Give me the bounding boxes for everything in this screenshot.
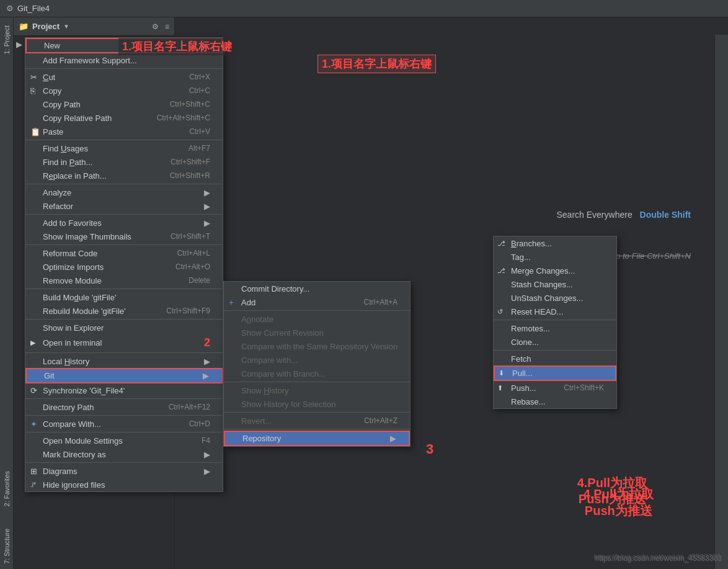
separator xyxy=(224,412,410,413)
repo-stash-changes-label: Stash Changes... xyxy=(511,280,604,289)
menu-open-module-settings-shortcut: F4 xyxy=(202,436,210,445)
menu-item-find-usages[interactable]: Find Usages Alt+F7 xyxy=(25,141,223,155)
search-everywhere-label: Search Everywhere xyxy=(557,210,633,220)
git-menu-item-compare-with: Compare with... xyxy=(224,353,410,367)
repo-menu-item-rebase[interactable]: Rebase... xyxy=(494,395,616,408)
repo-menu-item-stash-changes[interactable]: Stash Changes... xyxy=(494,277,616,291)
menu-item-reformat-code[interactable]: Reformat Code Ctrl+Alt+L xyxy=(25,246,223,260)
right-sidebar xyxy=(714,35,728,569)
annotation-4-block: 4.Pull为拉取 Push为推送 xyxy=(577,475,647,507)
gear-icon[interactable]: ⚙ xyxy=(152,22,159,31)
menu-item-open-in-terminal[interactable]: ▶ Open in terminal 2 xyxy=(25,334,223,351)
menu-item-build-module[interactable]: Build Module 'gitFile' xyxy=(25,290,223,304)
menu-item-find-in-path[interactable]: Find in Path... Ctrl+Shift+F xyxy=(25,155,223,169)
menu-item-cut[interactable]: ✂ Cut Ctrl+X xyxy=(25,70,223,84)
git-menu-item-show-history: Show History xyxy=(224,383,410,397)
git-menu-item-compare-with-branch: Compare with Branch... xyxy=(224,367,410,380)
git-show-current-revision-label: Show Current Revision xyxy=(241,328,397,338)
git-annotate-label: Annotate xyxy=(241,315,397,324)
git-menu-item-commit-directory[interactable]: Commit Directory... xyxy=(224,282,410,295)
git-add-shortcut: Ctrl+Alt+A xyxy=(364,298,398,307)
terminal-icon: ▶ xyxy=(30,339,35,347)
repo-menu-item-branches[interactable]: ⎇ Branches... xyxy=(494,236,616,250)
menu-item-add-framework[interactable]: Add Framework Support... xyxy=(25,53,223,67)
menu-copy-path-label: Copy Path xyxy=(43,100,151,109)
repo-menu-item-remotes[interactable]: Remotes... xyxy=(494,321,616,335)
add-icon: + xyxy=(229,298,234,307)
menu-item-show-in-explorer[interactable]: Show in Explorer xyxy=(25,321,223,334)
menu-item-copy-relative-path[interactable]: Copy Relative Path Ctrl+Alt+Shift+C xyxy=(25,111,223,125)
menu-item-refactor[interactable]: Refactor ▶ xyxy=(25,199,223,213)
separator xyxy=(25,432,223,432)
repo-context-menu: ⎇ Branches... Tag... ⎇ Merge Changes... … xyxy=(493,236,617,409)
goto-file-hint: Go to File Ctrl+Shift+N xyxy=(610,251,691,261)
menu-synchronize-label: Synchronize 'Git_File4' xyxy=(43,386,210,395)
repo-menu-item-tag[interactable]: Tag... xyxy=(494,250,616,264)
sidebar-tab-structure[interactable]: 7: Structure xyxy=(2,524,12,569)
git-menu-item-annotate: Annotate xyxy=(224,312,410,326)
repo-merge-changes-label: Merge Changes... xyxy=(511,266,604,276)
menu-copy-relative-path-label: Copy Relative Path xyxy=(43,114,138,123)
menu-remove-module-shortcut: Delete xyxy=(189,276,210,285)
menu-refactor-label: Refactor xyxy=(43,202,198,211)
menu-item-remove-module[interactable]: Remove Module Delete xyxy=(25,274,223,287)
menu-cut-label: Cut xyxy=(43,73,171,82)
repo-menu-item-unstash-changes[interactable]: UnStash Changes... xyxy=(494,291,616,305)
menu-item-hide-ignored-files[interactable]: .i* Hide ignored files xyxy=(25,478,223,491)
git-menu-item-compare-same-repo: Compare with the Same Repository Version xyxy=(224,339,410,353)
git-compare-with-branch-label: Compare with Branch... xyxy=(241,369,397,379)
menu-item-diagrams[interactable]: ⊞ Diagrams ▶ xyxy=(25,464,223,478)
repo-menu-item-pull[interactable]: ⬇ Pull... xyxy=(494,365,616,381)
repo-reset-head-label: Reset HEAD... xyxy=(511,307,604,316)
sidebar-tab-project[interactable]: 1: Project xyxy=(2,20,12,59)
branches-icon: ⎇ xyxy=(497,240,505,248)
cut-icon: ✂ xyxy=(30,73,37,82)
menu-cut-shortcut: Ctrl+X xyxy=(189,73,210,81)
annotation-4-text2: Push为推送 xyxy=(577,491,647,507)
menu-item-copy[interactable]: ⎘ Copy Ctrl+C xyxy=(25,84,223,97)
menu-item-optimize-imports[interactable]: Optimize Imports Ctrl+Alt+O xyxy=(25,260,223,274)
menu-item-open-module-settings[interactable]: Open Module Settings F4 xyxy=(25,434,223,447)
dropdown-icon[interactable]: ▼ xyxy=(63,23,69,30)
menu-item-show-image-thumbnails[interactable]: Show Image Thumbnails Ctrl+Shift+T xyxy=(25,230,223,243)
menu-item-replace-in-path[interactable]: Replace in Path... Ctrl+Shift+R xyxy=(25,169,223,182)
git-menu-item-repository[interactable]: Repository ▶ 3 xyxy=(224,431,410,446)
menu-build-module-label: Build Module 'gitFile' xyxy=(43,293,210,302)
menu-compare-with-label: Compare With... xyxy=(43,419,171,429)
menu-item-analyze[interactable]: Analyze ▶ xyxy=(25,186,223,199)
menu-item-add-to-favorites[interactable]: Add to Favorites ▶ xyxy=(25,216,223,230)
menu-item-git[interactable]: Git ▶ xyxy=(25,368,223,383)
menu-rebuild-module-label: Rebuild Module 'gitFile' xyxy=(43,307,148,316)
menu-item-rebuild-module[interactable]: Rebuild Module 'gitFile' Ctrl+Shift+F9 xyxy=(25,304,223,318)
menu-directory-path-shortcut: Ctrl+Alt+F12 xyxy=(169,403,210,411)
git-add-label: Add xyxy=(241,298,345,307)
repo-menu-item-fetch[interactable]: Fetch xyxy=(494,352,616,365)
separator xyxy=(25,352,223,353)
git-repository-label: Repository xyxy=(242,434,384,443)
git-compare-with-label: Compare with... xyxy=(241,356,397,365)
menu-item-mark-directory-as[interactable]: Mark Directory as ▶ xyxy=(25,447,223,461)
menu-refactor-arrow: ▶ xyxy=(204,202,210,211)
repo-menu-item-merge-changes[interactable]: ⎇ Merge Changes... xyxy=(494,264,616,277)
repo-menu-item-push[interactable]: ⬆ Push... Ctrl+Shift+K xyxy=(494,381,616,395)
git-menu-item-add[interactable]: + Add Ctrl+Alt+A xyxy=(224,295,410,309)
reset-icon: ↺ xyxy=(497,308,503,316)
menu-item-paste[interactable]: 📋 Paste Ctrl+V xyxy=(25,125,223,138)
menu-item-local-history[interactable]: Local History ▶ xyxy=(25,354,223,368)
menu-add-framework-label: Add Framework Support... xyxy=(43,56,210,65)
menu-find-in-path-shortcut: Ctrl+Shift+F xyxy=(171,158,210,166)
repo-branches-label: Branches... xyxy=(511,239,604,248)
menu-item-copy-path[interactable]: Copy Path Ctrl+Shift+C xyxy=(25,97,223,111)
menu-item-compare-with[interactable]: ✦ Compare With... Ctrl+D xyxy=(25,417,223,431)
separator xyxy=(25,462,223,463)
menu-item-directory-path[interactable]: Directory Path Ctrl+Alt+F12 xyxy=(25,400,223,414)
annotation-4-text: 4.Pull为拉取 xyxy=(577,475,647,491)
sidebar-tab-favorites[interactable]: 2: Favorites xyxy=(2,466,12,511)
settings-icon[interactable]: ≡ xyxy=(165,22,169,31)
repo-menu-item-reset-head[interactable]: ↺ Reset HEAD... xyxy=(494,305,616,318)
menu-item-synchronize[interactable]: ⟳ Synchronize 'Git_File4' xyxy=(25,383,223,397)
search-shortcut: Double Shift xyxy=(640,210,691,220)
menu-show-image-thumbnails-shortcut: Ctrl+Shift+T xyxy=(171,232,210,241)
repo-menu-item-clone[interactable]: Clone... xyxy=(494,335,616,349)
git-show-history-selection-label: Show History for Selection xyxy=(241,400,397,409)
